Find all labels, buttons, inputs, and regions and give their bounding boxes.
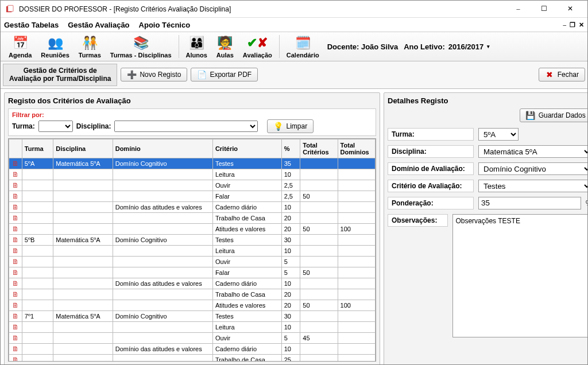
ano-letivo-value[interactable]: 2016/2017 <box>448 42 483 51</box>
guardar-dados-button[interactable]: 💾Guardar Dados <box>520 108 588 122</box>
th-criterio[interactable]: Critério <box>212 139 281 158</box>
cell-dominio <box>113 267 212 278</box>
cell-criterio: Trabalho de Casa <box>212 354 281 362</box>
cell-criterio: Ouvir <box>212 256 281 267</box>
table-row[interactable]: 🗎Leitura10 <box>9 321 376 332</box>
maximize-button[interactable]: ☐ <box>531 1 557 18</box>
cell-dominio <box>113 354 212 362</box>
cell-total-dominios <box>338 169 375 180</box>
cell-disciplina <box>53 267 113 278</box>
th-pct[interactable]: % <box>281 139 300 158</box>
cell-disciplina <box>53 201 113 212</box>
criterio-select[interactable]: Testes <box>478 180 588 192</box>
cell-disciplina <box>53 256 113 267</box>
group-icon: 👥 <box>47 34 64 52</box>
cell-disciplina <box>53 180 113 191</box>
filter-turma-select[interactable] <box>38 121 73 132</box>
save-icon: 💾 <box>526 111 535 120</box>
minimize-button[interactable]: – <box>505 1 531 18</box>
th-total-dominios[interactable]: Total Domínios <box>338 139 375 158</box>
cell-total-criterios <box>300 278 338 289</box>
clear-icon: 💡 <box>273 122 283 131</box>
tool-avaliacao[interactable]: ✔✘Avaliação <box>238 33 277 60</box>
tool-turmas-disciplinas[interactable]: 📚Turmas - Disciplinas <box>106 33 176 60</box>
table-row[interactable]: 🗎5ºBMatemática 5ºADomínio CognitivoTeste… <box>9 234 376 245</box>
row-doc-icon: 🗎 <box>12 247 19 255</box>
cell-total-dominios <box>338 332 375 343</box>
novo-registo-button[interactable]: ➕Novo Registo <box>121 68 187 81</box>
filter-legend: Filtrar por: <box>12 111 372 118</box>
chevron-down-icon[interactable]: ▾ <box>487 44 490 49</box>
table-row[interactable]: 🗎Atitudes e valores2050100 <box>9 223 376 234</box>
table-row[interactable]: 🗎7º1Matemática 5ºADomínio CognitivoTeste… <box>9 310 376 321</box>
th-dominio[interactable]: Domínio <box>113 139 212 158</box>
disciplina-select[interactable]: Matemática 5ºA <box>478 145 588 158</box>
table-row[interactable]: 🗎Ouvir545 <box>9 332 376 343</box>
cell-turma <box>22 180 53 191</box>
cell-total-criterios <box>300 289 338 300</box>
cell-dominio: Domínio das atitudes e valores <box>113 278 212 289</box>
filter-disciplina-select[interactable] <box>114 121 258 132</box>
cell-pct: 30 <box>281 310 300 321</box>
cell-turma <box>22 354 53 362</box>
cell-total-dominios: 100 <box>338 300 375 310</box>
criteria-table-wrap[interactable]: Turma Disciplina Domínio Critério % Tota… <box>8 138 376 362</box>
tool-turmas[interactable]: 🧑‍🤝‍🧑Turmas <box>74 33 106 60</box>
cell-turma <box>22 212 53 223</box>
cell-pct: 10 <box>281 169 300 180</box>
table-row[interactable]: 🗎Domínio das atitudes e valoresCaderno d… <box>9 278 376 289</box>
table-row[interactable]: 🗎Ouvir5 <box>9 256 376 267</box>
table-row[interactable]: 🗎Domínio das atitudes e valoresCaderno d… <box>9 343 376 354</box>
check-cross-icon: ✔✘ <box>249 34 266 52</box>
close-button[interactable]: ✕ <box>557 1 583 18</box>
th-turma[interactable]: Turma <box>22 139 53 158</box>
menu-apoio-tecnico[interactable]: Apoio Técnico <box>139 21 191 29</box>
turma-select[interactable]: 5ºA <box>478 128 519 141</box>
cell-pct: 10 <box>281 343 300 354</box>
table-row[interactable]: 🗎Trabalho de Casa20 <box>9 289 376 300</box>
mdi-close-button[interactable]: ✕ <box>579 21 584 29</box>
table-row[interactable]: 🗎Atitudes e valores2050100 <box>9 300 376 310</box>
dominio-select[interactable]: Domínio Cognitivo <box>478 162 588 175</box>
cell-disciplina <box>53 191 113 201</box>
cell-disciplina <box>53 354 113 362</box>
row-doc-icon: 🗎 <box>12 290 19 298</box>
cell-pct: 20 <box>281 289 300 300</box>
cell-total-criterios <box>300 169 338 180</box>
tool-reunioes[interactable]: 👥Reuniões <box>36 33 74 60</box>
table-row[interactable]: 🗎Domínio das atitudes e valoresCaderno d… <box>9 201 376 212</box>
mdi-restore-button[interactable]: ❐ <box>570 21 575 29</box>
cell-turma: 5ºA <box>22 158 53 169</box>
th-disciplina[interactable]: Disciplina <box>53 139 113 158</box>
table-row[interactable]: 🗎Trabalho de Casa25 <box>9 354 376 362</box>
cell-dominio <box>113 191 212 201</box>
table-row[interactable]: 🗎Falar550 <box>9 267 376 278</box>
row-doc-icon: 🗎 <box>12 181 19 189</box>
fechar-button[interactable]: ✖Fechar <box>539 68 585 81</box>
exportar-pdf-button[interactable]: 📄Exportar PDF <box>191 68 258 81</box>
table-row[interactable]: 🗎5ºAMatemática 5ºADomínio CognitivoTeste… <box>9 158 376 169</box>
ponderacao-input[interactable] <box>478 197 581 209</box>
table-row[interactable]: 🗎Leitura10 <box>9 169 376 180</box>
limpar-button[interactable]: 💡Limpar <box>267 119 314 133</box>
table-row[interactable]: 🗎Falar2,550 <box>9 191 376 201</box>
cell-pct: 35 <box>281 158 300 169</box>
mdi-minimize-button[interactable]: – <box>563 21 567 29</box>
th-total-criterios[interactable]: Total Critérios <box>300 139 338 158</box>
table-row[interactable]: 🗎Leitura10 <box>9 245 376 256</box>
menu-gestao-avaliacao[interactable]: Gestão Avaliação <box>68 21 129 29</box>
row-doc-icon: 🗎 <box>12 279 19 288</box>
toolbar-separator <box>279 35 280 58</box>
table-row[interactable]: 🗎Ouvir2,5 <box>9 180 376 191</box>
cell-pct: 5 <box>281 256 300 267</box>
tool-calendario[interactable]: 🗓️Calendário <box>282 33 324 60</box>
observacoes-textarea[interactable] <box>452 214 588 337</box>
row-doc-icon: 🗎 <box>12 214 19 222</box>
cell-turma <box>22 278 53 289</box>
row-doc-icon: 🗎 <box>12 225 19 233</box>
menu-gestao-tabelas[interactable]: Gestão Tabelas <box>4 21 59 29</box>
table-row[interactable]: 🗎Trabalho de Casa20 <box>9 212 376 223</box>
tool-agenda[interactable]: 📅Agenda <box>4 33 36 60</box>
tool-alunos[interactable]: 👨‍👩‍👦Alunos <box>181 33 212 60</box>
tool-aulas[interactable]: 🧑‍🏫Aulas <box>212 33 238 60</box>
